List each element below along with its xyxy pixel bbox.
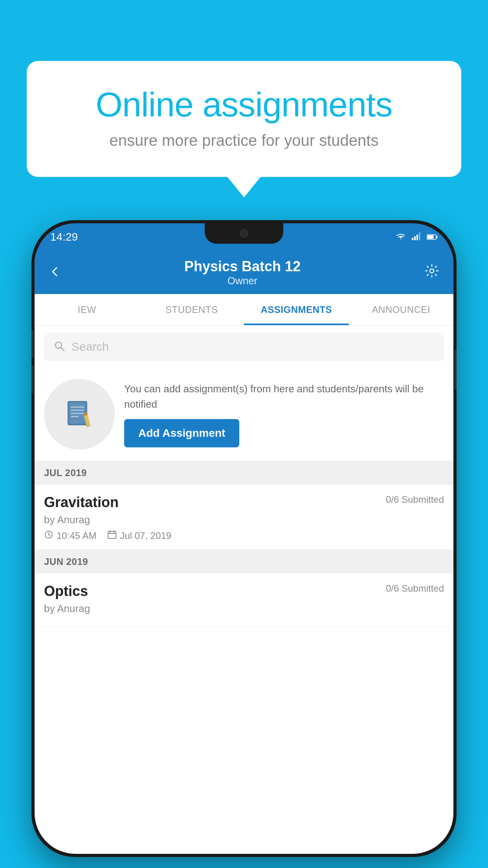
phone-inner: 14:29: [35, 223, 453, 854]
signal-icon: [412, 232, 421, 243]
notch: [205, 223, 283, 244]
assignment-item-gravitation[interactable]: Gravitation 0/6 Submitted by Anurag 10:4…: [35, 485, 453, 550]
app-screen: Physics Batch 12 Owner IEW STUDENTS: [35, 251, 453, 854]
assignment-submitted-optics: 0/6 Submitted: [386, 583, 444, 594]
assignment-author: by Anurag: [44, 514, 444, 526]
svg-line-9: [61, 348, 64, 351]
search-container: Search: [35, 326, 453, 368]
status-time: 14:29: [50, 231, 78, 243]
assignment-title: Gravitation: [44, 494, 119, 511]
header-title: Physics Batch 12: [184, 258, 301, 275]
search-input-placeholder: Search: [72, 340, 109, 353]
promo-description: You can add assignment(s) from here and …: [124, 381, 444, 412]
tab-iew[interactable]: IEW: [35, 294, 139, 325]
app-header: Physics Batch 12 Owner: [35, 251, 453, 294]
svg-rect-6: [437, 236, 438, 238]
meta-time-text: 10:45 AM: [57, 530, 96, 541]
phone-frame: 14:29: [31, 220, 457, 857]
svg-rect-12: [71, 406, 84, 408]
section-header-jun: JUN 2019: [35, 550, 453, 574]
speech-bubble-subtitle: ensure more practice for your students: [58, 132, 430, 149]
clock-icon: [44, 530, 53, 542]
assignment-title-optics: Optics: [44, 583, 88, 600]
svg-rect-20: [108, 531, 116, 539]
back-button[interactable]: [49, 264, 61, 281]
tab-announcements[interactable]: ANNOUNCEI: [349, 294, 454, 325]
search-icon: [53, 340, 65, 353]
settings-icon[interactable]: [424, 263, 439, 282]
assignment-row1-optics: Optics 0/6 Submitted: [44, 583, 444, 600]
svg-rect-13: [71, 410, 84, 411]
promo-icon-circle: [44, 379, 115, 450]
promo-section: You can add assignment(s) from here and …: [35, 368, 453, 461]
assignment-row1: Gravitation 0/6 Submitted: [44, 494, 444, 511]
meta-date-text: Jul 07, 2019: [120, 530, 171, 541]
svg-rect-5: [427, 235, 434, 239]
camera-dot: [240, 229, 248, 238]
meta-date: Jul 07, 2019: [107, 530, 171, 542]
calendar-icon: [107, 530, 117, 542]
svg-point-7: [430, 269, 434, 273]
wifi-icon: [395, 232, 406, 243]
svg-rect-1: [414, 236, 416, 240]
header-subtitle: Owner: [184, 275, 301, 287]
assignment-meta: 10:45 AM Jul 07, 2019: [44, 530, 444, 542]
header-title-area: Physics Batch 12 Owner: [184, 258, 301, 287]
volume-down-button[interactable]: [31, 366, 33, 393]
promo-content: You can add assignment(s) from here and …: [124, 381, 444, 447]
tab-bar: IEW STUDENTS ASSIGNMENTS ANNOUNCEI: [35, 294, 453, 326]
section-header-jul: JUL 2019: [35, 461, 453, 485]
meta-time: 10:45 AM: [44, 530, 96, 542]
assignment-item-optics[interactable]: Optics 0/6 Submitted by Anurag: [35, 574, 453, 627]
status-icons: [395, 232, 438, 243]
volume-up-button[interactable]: [31, 330, 33, 358]
assignment-author-optics: by Anurag: [44, 603, 444, 615]
tab-assignments[interactable]: ASSIGNMENTS: [244, 294, 349, 325]
power-button[interactable]: [455, 350, 457, 389]
tab-students[interactable]: STUDENTS: [139, 294, 244, 325]
speech-bubble-title: Online assignments: [58, 85, 430, 125]
status-bar: 14:29: [35, 223, 453, 251]
search-bar[interactable]: Search: [44, 333, 444, 361]
speech-bubble-container: Online assignments ensure more practice …: [27, 61, 461, 177]
svg-rect-0: [412, 238, 413, 240]
add-assignment-button[interactable]: Add Assignment: [124, 419, 239, 447]
battery-icon: [427, 232, 438, 243]
svg-rect-15: [71, 416, 79, 417]
svg-rect-2: [416, 235, 418, 240]
svg-rect-14: [71, 413, 84, 414]
speech-bubble: Online assignments ensure more practice …: [27, 61, 461, 177]
notebook-icon: [64, 398, 95, 431]
svg-rect-3: [419, 232, 420, 240]
assignment-submitted: 0/6 Submitted: [386, 494, 444, 505]
